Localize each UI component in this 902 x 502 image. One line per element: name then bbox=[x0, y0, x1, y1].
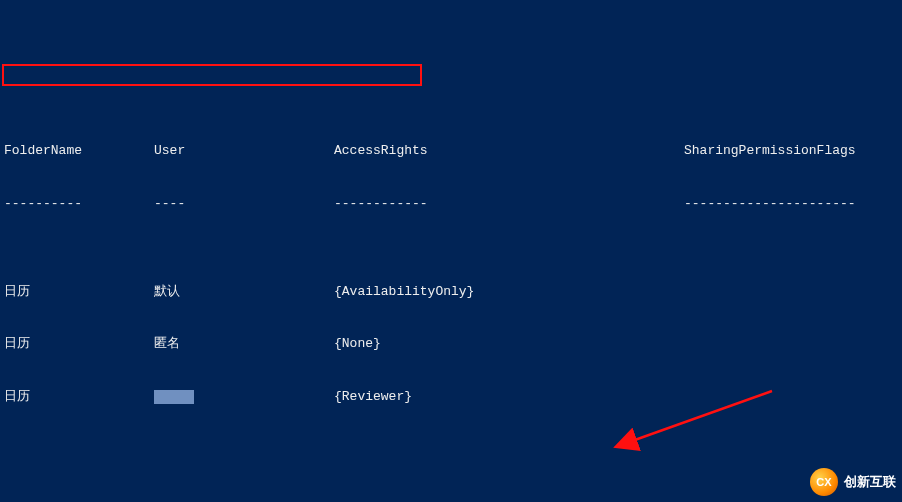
cell-user bbox=[154, 388, 334, 406]
cell-access: {Reviewer} bbox=[334, 388, 684, 406]
cell-user: 匿名 bbox=[154, 335, 334, 353]
cell-folder: 日历 bbox=[4, 388, 154, 406]
cell-user: 默认 bbox=[154, 283, 334, 301]
table-row: 日历 默认 {AvailabilityOnly} bbox=[4, 283, 898, 301]
table-row: 日历 {Reviewer} bbox=[4, 388, 898, 406]
col-user-ul: ---- bbox=[154, 195, 334, 213]
watermark-logo-icon: CX bbox=[810, 468, 838, 496]
table-header-row: FolderName User AccessRights SharingPerm… bbox=[4, 142, 898, 160]
col-user-header: User bbox=[154, 142, 334, 160]
table-header-underline: ---------- ---- ------------ -----------… bbox=[4, 195, 898, 213]
powershell-console[interactable]: FolderName User AccessRights SharingPerm… bbox=[0, 70, 902, 502]
table-row: 日历 匿名 {None} bbox=[4, 335, 898, 353]
col-folder-ul: ---------- bbox=[4, 195, 154, 213]
redacted-user bbox=[154, 390, 194, 404]
col-flags-ul: ---------------------- bbox=[684, 195, 898, 213]
col-access-ul: ------------ bbox=[334, 195, 684, 213]
blank-line bbox=[4, 458, 898, 475]
cell-access: {None} bbox=[334, 335, 684, 353]
col-folder-header: FolderName bbox=[4, 142, 154, 160]
watermark-text: 创新互联 bbox=[844, 473, 896, 491]
cell-folder: 日历 bbox=[4, 283, 154, 301]
col-flags-header: SharingPermissionFlags bbox=[684, 142, 898, 160]
col-access-header: AccessRights bbox=[334, 142, 684, 160]
cell-access: {AvailabilityOnly} bbox=[334, 283, 684, 301]
watermark: CX 创新互联 bbox=[810, 468, 896, 496]
cell-folder: 日历 bbox=[4, 335, 154, 353]
